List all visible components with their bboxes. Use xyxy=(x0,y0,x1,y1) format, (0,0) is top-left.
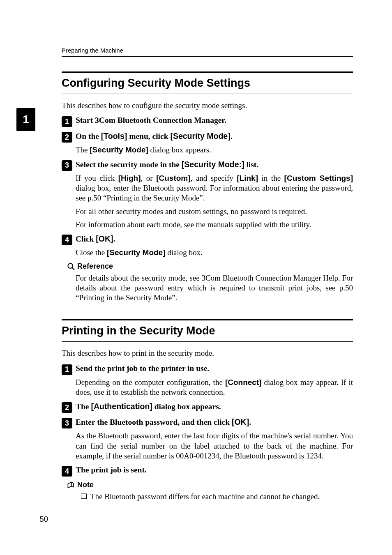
step-number-badge: 3 xyxy=(62,418,72,428)
ui-label-custom: [Custom] xyxy=(156,174,190,182)
step-heading: The print job is sent. xyxy=(76,465,147,475)
text: in the xyxy=(258,174,284,182)
step-number-badge: 4 xyxy=(62,466,72,477)
note-bullet: ❏ The Bluetooth password differs for eac… xyxy=(81,492,353,502)
note-heading: Note xyxy=(67,481,353,489)
bullet-mark: ❏ xyxy=(81,492,87,502)
note-icon xyxy=(67,481,75,489)
text: dialog box, enter the Bluetooth password… xyxy=(76,184,353,202)
step-body-text: If you click [High], or [Custom], and sp… xyxy=(76,173,353,203)
text: Enter the Bluetooth password, and then c… xyxy=(76,418,232,426)
step-4: 4 Click [OK]. Close the [Security Mode] … xyxy=(62,234,353,258)
ui-label-connect: [Connect] xyxy=(225,378,262,387)
running-head: Preparing the Machine xyxy=(62,47,353,54)
running-head-rule xyxy=(62,56,353,57)
ui-label-tools: [Tools] xyxy=(101,131,127,140)
section-rule-bottom xyxy=(62,341,353,342)
reference-label: Reference xyxy=(77,262,113,271)
section-rule-bottom xyxy=(62,94,353,94)
chapter-tab: 1 xyxy=(16,108,35,131)
step-number-badge: 1 xyxy=(62,364,72,375)
ui-label-security-mode: [Security Mode] xyxy=(170,131,230,140)
step-heading: On the [Tools] menu, click [Security Mod… xyxy=(76,131,233,142)
step-heading: Send the print job to the printer in use… xyxy=(76,364,209,374)
reference-icon xyxy=(67,262,75,270)
ui-label-custom-settings: [Custom Settings] xyxy=(284,174,353,182)
step-1: 1 Send the print job to the printer in u… xyxy=(62,364,353,398)
text: On the xyxy=(76,132,101,140)
step-heading: Click [OK]. xyxy=(76,234,115,244)
step-body-text: For all other security modes and custom … xyxy=(76,207,353,216)
text: Close the xyxy=(76,248,107,257)
step-body-text: For information about each mode, see the… xyxy=(76,220,353,230)
text: The xyxy=(76,145,90,154)
ui-label-ok: [OK] xyxy=(232,417,249,426)
text: The xyxy=(76,402,91,411)
intro-paragraph: This describes how to coufigure the secu… xyxy=(62,101,353,111)
step-2: 2 On the [Tools] menu, click [Security M… xyxy=(62,131,353,155)
page: 1 Preparing the Machine Configuring Secu… xyxy=(0,0,392,555)
step-body-text: As the Bluetooth password, enter the las… xyxy=(76,431,353,461)
step-body-text: Close the [Security Mode] dialog box. xyxy=(76,248,353,258)
reference-heading: Reference xyxy=(67,262,353,271)
text: dialog box appears. xyxy=(148,145,211,154)
ui-label-authentication: [Authentication] xyxy=(91,402,152,411)
intro-paragraph: This describes how to print in the secur… xyxy=(62,348,353,358)
section-title-printing: Printing in the Security Mode xyxy=(62,325,353,337)
step-number-badge: 1 xyxy=(62,116,72,127)
step-heading: Select the security mode in the [Securit… xyxy=(76,159,258,170)
ui-label-security-mode-list: [Security Mode:] xyxy=(182,160,244,169)
step-4: 4 The print job is sent. xyxy=(62,465,353,477)
step-number-badge: 2 xyxy=(62,132,72,143)
text: . xyxy=(231,132,233,140)
text: , or xyxy=(141,174,157,182)
section-rule-top xyxy=(62,71,353,73)
text: Depending on the computer configuration,… xyxy=(76,378,225,387)
step-body-text: Depending on the computer configuration,… xyxy=(76,378,353,398)
ui-label-high: [High] xyxy=(118,174,141,182)
step-3: 3 Select the security mode in the [Secur… xyxy=(62,159,353,230)
step-body-text: The [Security Mode] dialog box appears. xyxy=(76,145,353,155)
step-1: 1 Start 3Com Bluetooth Connection Manage… xyxy=(62,115,353,127)
step-2: 2 The [Authentication] dialog box appear… xyxy=(62,401,353,413)
reference-text: For details about the security mode, see… xyxy=(76,273,353,303)
note-text: The Bluetooth password differs for each … xyxy=(90,492,320,502)
text: If you click xyxy=(76,174,118,182)
text: . xyxy=(113,235,115,243)
text: Select the security mode in the xyxy=(76,160,182,169)
text: . xyxy=(249,418,251,426)
step-heading: The [Authentication] dialog box appears. xyxy=(76,401,221,412)
section-title-configuring: Configuring Security Mode Settings xyxy=(62,77,353,90)
step-number-badge: 2 xyxy=(62,402,72,413)
ui-label-security-mode: [Security Mode] xyxy=(90,145,148,154)
text: menu, click xyxy=(127,132,170,140)
text: Click xyxy=(76,235,96,243)
step-number-badge: 4 xyxy=(62,235,72,245)
text: , and specify xyxy=(191,174,237,182)
step-number-badge: 3 xyxy=(62,160,72,171)
note-label: Note xyxy=(77,481,94,489)
step-heading: Start 3Com Bluetooth Connection Manager. xyxy=(76,115,226,126)
text: list. xyxy=(244,160,259,169)
step-3: 3 Enter the Bluetooth password, and then… xyxy=(62,417,353,461)
ui-label-link: [Link] xyxy=(237,174,258,182)
section-rule-top xyxy=(62,319,353,320)
svg-line-1 xyxy=(72,267,74,269)
page-number: 50 xyxy=(39,515,48,524)
ui-label-ok: [OK] xyxy=(96,234,113,243)
text: dialog box. xyxy=(166,248,203,257)
text: dialog box appears. xyxy=(152,402,221,411)
ui-label-security-mode: [Security Mode] xyxy=(107,248,166,257)
step-heading: Enter the Bluetooth password, and then c… xyxy=(76,417,251,428)
